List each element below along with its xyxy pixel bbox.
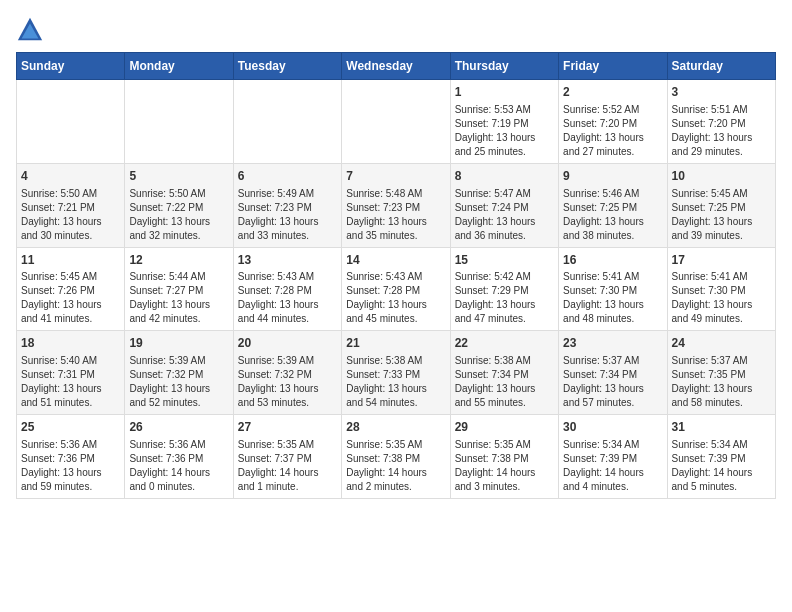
calendar-cell: 30Sunrise: 5:34 AM Sunset: 7:39 PM Dayli…	[559, 415, 667, 499]
calendar-cell	[342, 80, 450, 164]
day-number: 3	[672, 84, 771, 101]
day-number: 10	[672, 168, 771, 185]
day-info: Sunrise: 5:39 AM Sunset: 7:32 PM Dayligh…	[129, 354, 228, 410]
day-number: 2	[563, 84, 662, 101]
day-number: 30	[563, 419, 662, 436]
day-number: 24	[672, 335, 771, 352]
calendar-cell: 18Sunrise: 5:40 AM Sunset: 7:31 PM Dayli…	[17, 331, 125, 415]
day-info: Sunrise: 5:35 AM Sunset: 7:37 PM Dayligh…	[238, 438, 337, 494]
calendar-header-row: SundayMondayTuesdayWednesdayThursdayFrid…	[17, 53, 776, 80]
day-info: Sunrise: 5:43 AM Sunset: 7:28 PM Dayligh…	[346, 270, 445, 326]
day-info: Sunrise: 5:42 AM Sunset: 7:29 PM Dayligh…	[455, 270, 554, 326]
calendar-cell: 20Sunrise: 5:39 AM Sunset: 7:32 PM Dayli…	[233, 331, 341, 415]
page-header	[16, 16, 776, 44]
calendar-week-5: 25Sunrise: 5:36 AM Sunset: 7:36 PM Dayli…	[17, 415, 776, 499]
day-number: 6	[238, 168, 337, 185]
calendar-cell: 29Sunrise: 5:35 AM Sunset: 7:38 PM Dayli…	[450, 415, 558, 499]
calendar-cell: 25Sunrise: 5:36 AM Sunset: 7:36 PM Dayli…	[17, 415, 125, 499]
calendar-cell: 15Sunrise: 5:42 AM Sunset: 7:29 PM Dayli…	[450, 247, 558, 331]
day-info: Sunrise: 5:41 AM Sunset: 7:30 PM Dayligh…	[563, 270, 662, 326]
calendar-cell: 9Sunrise: 5:46 AM Sunset: 7:25 PM Daylig…	[559, 163, 667, 247]
day-number: 11	[21, 252, 120, 269]
calendar-cell: 11Sunrise: 5:45 AM Sunset: 7:26 PM Dayli…	[17, 247, 125, 331]
day-number: 15	[455, 252, 554, 269]
calendar-cell: 3Sunrise: 5:51 AM Sunset: 7:20 PM Daylig…	[667, 80, 775, 164]
day-number: 22	[455, 335, 554, 352]
calendar-week-1: 1Sunrise: 5:53 AM Sunset: 7:19 PM Daylig…	[17, 80, 776, 164]
calendar-cell: 17Sunrise: 5:41 AM Sunset: 7:30 PM Dayli…	[667, 247, 775, 331]
calendar-cell	[233, 80, 341, 164]
calendar-cell: 6Sunrise: 5:49 AM Sunset: 7:23 PM Daylig…	[233, 163, 341, 247]
calendar-cell: 13Sunrise: 5:43 AM Sunset: 7:28 PM Dayli…	[233, 247, 341, 331]
day-info: Sunrise: 5:38 AM Sunset: 7:34 PM Dayligh…	[455, 354, 554, 410]
calendar-week-2: 4Sunrise: 5:50 AM Sunset: 7:21 PM Daylig…	[17, 163, 776, 247]
day-info: Sunrise: 5:35 AM Sunset: 7:38 PM Dayligh…	[455, 438, 554, 494]
day-number: 20	[238, 335, 337, 352]
header-sunday: Sunday	[17, 53, 125, 80]
day-info: Sunrise: 5:49 AM Sunset: 7:23 PM Dayligh…	[238, 187, 337, 243]
calendar-cell: 21Sunrise: 5:38 AM Sunset: 7:33 PM Dayli…	[342, 331, 450, 415]
calendar-cell: 28Sunrise: 5:35 AM Sunset: 7:38 PM Dayli…	[342, 415, 450, 499]
day-number: 27	[238, 419, 337, 436]
day-info: Sunrise: 5:36 AM Sunset: 7:36 PM Dayligh…	[129, 438, 228, 494]
day-number: 17	[672, 252, 771, 269]
day-number: 12	[129, 252, 228, 269]
day-info: Sunrise: 5:34 AM Sunset: 7:39 PM Dayligh…	[672, 438, 771, 494]
logo-icon	[16, 16, 44, 44]
calendar-cell: 22Sunrise: 5:38 AM Sunset: 7:34 PM Dayli…	[450, 331, 558, 415]
day-number: 1	[455, 84, 554, 101]
calendar-cell: 10Sunrise: 5:45 AM Sunset: 7:25 PM Dayli…	[667, 163, 775, 247]
calendar-cell: 1Sunrise: 5:53 AM Sunset: 7:19 PM Daylig…	[450, 80, 558, 164]
calendar-cell: 27Sunrise: 5:35 AM Sunset: 7:37 PM Dayli…	[233, 415, 341, 499]
day-info: Sunrise: 5:50 AM Sunset: 7:22 PM Dayligh…	[129, 187, 228, 243]
header-friday: Friday	[559, 53, 667, 80]
day-info: Sunrise: 5:48 AM Sunset: 7:23 PM Dayligh…	[346, 187, 445, 243]
calendar-cell: 12Sunrise: 5:44 AM Sunset: 7:27 PM Dayli…	[125, 247, 233, 331]
day-info: Sunrise: 5:38 AM Sunset: 7:33 PM Dayligh…	[346, 354, 445, 410]
day-number: 29	[455, 419, 554, 436]
calendar-cell: 14Sunrise: 5:43 AM Sunset: 7:28 PM Dayli…	[342, 247, 450, 331]
day-number: 21	[346, 335, 445, 352]
calendar-cell: 24Sunrise: 5:37 AM Sunset: 7:35 PM Dayli…	[667, 331, 775, 415]
day-number: 26	[129, 419, 228, 436]
calendar-cell: 26Sunrise: 5:36 AM Sunset: 7:36 PM Dayli…	[125, 415, 233, 499]
day-info: Sunrise: 5:35 AM Sunset: 7:38 PM Dayligh…	[346, 438, 445, 494]
day-number: 28	[346, 419, 445, 436]
day-info: Sunrise: 5:37 AM Sunset: 7:35 PM Dayligh…	[672, 354, 771, 410]
calendar-cell	[17, 80, 125, 164]
day-info: Sunrise: 5:52 AM Sunset: 7:20 PM Dayligh…	[563, 103, 662, 159]
calendar-cell: 2Sunrise: 5:52 AM Sunset: 7:20 PM Daylig…	[559, 80, 667, 164]
day-number: 31	[672, 419, 771, 436]
day-number: 18	[21, 335, 120, 352]
calendar-week-4: 18Sunrise: 5:40 AM Sunset: 7:31 PM Dayli…	[17, 331, 776, 415]
day-info: Sunrise: 5:50 AM Sunset: 7:21 PM Dayligh…	[21, 187, 120, 243]
calendar-cell: 19Sunrise: 5:39 AM Sunset: 7:32 PM Dayli…	[125, 331, 233, 415]
calendar-cell	[125, 80, 233, 164]
logo	[16, 16, 48, 44]
day-info: Sunrise: 5:53 AM Sunset: 7:19 PM Dayligh…	[455, 103, 554, 159]
header-wednesday: Wednesday	[342, 53, 450, 80]
day-number: 19	[129, 335, 228, 352]
day-info: Sunrise: 5:45 AM Sunset: 7:26 PM Dayligh…	[21, 270, 120, 326]
calendar-table: SundayMondayTuesdayWednesdayThursdayFrid…	[16, 52, 776, 499]
calendar-cell: 7Sunrise: 5:48 AM Sunset: 7:23 PM Daylig…	[342, 163, 450, 247]
calendar-cell: 4Sunrise: 5:50 AM Sunset: 7:21 PM Daylig…	[17, 163, 125, 247]
day-info: Sunrise: 5:41 AM Sunset: 7:30 PM Dayligh…	[672, 270, 771, 326]
day-number: 25	[21, 419, 120, 436]
day-number: 16	[563, 252, 662, 269]
day-number: 13	[238, 252, 337, 269]
calendar-cell: 16Sunrise: 5:41 AM Sunset: 7:30 PM Dayli…	[559, 247, 667, 331]
day-number: 23	[563, 335, 662, 352]
calendar-week-3: 11Sunrise: 5:45 AM Sunset: 7:26 PM Dayli…	[17, 247, 776, 331]
day-number: 7	[346, 168, 445, 185]
day-info: Sunrise: 5:43 AM Sunset: 7:28 PM Dayligh…	[238, 270, 337, 326]
header-monday: Monday	[125, 53, 233, 80]
day-info: Sunrise: 5:37 AM Sunset: 7:34 PM Dayligh…	[563, 354, 662, 410]
header-tuesday: Tuesday	[233, 53, 341, 80]
day-number: 8	[455, 168, 554, 185]
day-info: Sunrise: 5:45 AM Sunset: 7:25 PM Dayligh…	[672, 187, 771, 243]
calendar-cell: 31Sunrise: 5:34 AM Sunset: 7:39 PM Dayli…	[667, 415, 775, 499]
day-number: 9	[563, 168, 662, 185]
day-number: 14	[346, 252, 445, 269]
day-info: Sunrise: 5:40 AM Sunset: 7:31 PM Dayligh…	[21, 354, 120, 410]
